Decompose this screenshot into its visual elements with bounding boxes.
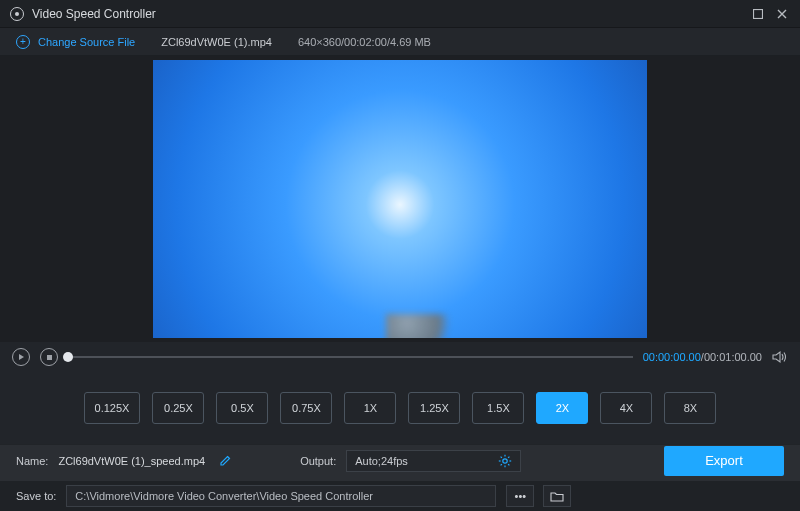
seek-track <box>68 356 633 358</box>
source-filename: ZCl69dVtW0E (1).mp4 <box>161 36 272 48</box>
save-path-input[interactable]: C:\Vidmore\Vidmore Video Converter\Video… <box>66 485 496 507</box>
close-button[interactable] <box>770 4 794 24</box>
svg-line-6 <box>500 456 501 457</box>
speed-btn-0.5x[interactable]: 0.5X <box>216 392 268 424</box>
save-row: Save to: C:\Vidmore\Vidmore Video Conver… <box>0 481 800 511</box>
speed-btn-4x[interactable]: 4X <box>600 392 652 424</box>
time-display: 00:00:00.00/00:01:00.00 <box>643 351 762 363</box>
speed-btn-0.75x[interactable]: 0.75X <box>280 392 332 424</box>
svg-rect-0 <box>754 9 763 18</box>
name-label: Name: <box>16 455 48 467</box>
output-format-value: Auto;24fps <box>355 455 408 467</box>
output-format-select[interactable]: Auto;24fps <box>346 450 521 472</box>
gear-icon[interactable] <box>498 454 512 468</box>
seek-bar[interactable] <box>68 356 633 358</box>
pencil-icon[interactable] <box>219 454 232 467</box>
speed-btn-0.125x[interactable]: 0.125X <box>84 392 141 424</box>
app-title: Video Speed Controller <box>32 7 746 21</box>
export-button[interactable]: Export <box>664 446 784 476</box>
plus-circle-icon: + <box>16 35 30 49</box>
open-folder-button[interactable] <box>543 485 571 507</box>
ellipsis-icon: ••• <box>515 490 527 502</box>
output-label: Output: <box>300 455 336 467</box>
speed-btn-8x[interactable]: 8X <box>664 392 716 424</box>
speed-btn-1x[interactable]: 1X <box>344 392 396 424</box>
play-button[interactable] <box>12 348 30 366</box>
svg-line-7 <box>508 464 509 465</box>
time-total: 00:01:00.00 <box>704 351 762 363</box>
speed-row: 0.125X0.25X0.5X0.75X1X1.25X1.5X2X4X8X <box>0 372 800 444</box>
time-current: 00:00:00.00 <box>643 351 701 363</box>
titlebar: Video Speed Controller <box>0 0 800 28</box>
video-preview[interactable] <box>153 60 647 338</box>
speed-btn-2x[interactable]: 2X <box>536 392 588 424</box>
preview-area <box>0 56 800 342</box>
browse-folder-button[interactable]: ••• <box>506 485 534 507</box>
volume-button[interactable] <box>772 349 788 365</box>
folder-icon <box>550 491 564 502</box>
playback-row: 00:00:00.00/00:01:00.00 <box>0 342 800 372</box>
save-path-value: C:\Vidmore\Vidmore Video Converter\Video… <box>75 490 373 502</box>
svg-point-1 <box>503 458 507 462</box>
output-config-row: Name: ZCl69dVtW0E (1)_speed.mp4 Output: … <box>0 444 800 476</box>
change-source-label: Change Source File <box>38 36 135 48</box>
speed-btn-1.25x[interactable]: 1.25X <box>408 392 460 424</box>
save-label: Save to: <box>16 490 56 502</box>
svg-line-8 <box>500 464 501 465</box>
source-meta: 640×360/00:02:00/4.69 MB <box>298 36 431 48</box>
source-row: + Change Source File ZCl69dVtW0E (1).mp4… <box>0 28 800 56</box>
seek-thumb[interactable] <box>63 352 73 362</box>
maximize-button[interactable] <box>746 4 770 24</box>
stop-button[interactable] <box>40 348 58 366</box>
svg-line-9 <box>508 456 509 457</box>
speed-btn-0.25x[interactable]: 0.25X <box>152 392 204 424</box>
app-logo-icon <box>10 7 24 21</box>
speed-btn-1.5x[interactable]: 1.5X <box>472 392 524 424</box>
preview-foreground-blob <box>386 314 456 338</box>
change-source-button[interactable]: + Change Source File <box>16 35 135 49</box>
name-value: ZCl69dVtW0E (1)_speed.mp4 <box>58 455 205 467</box>
